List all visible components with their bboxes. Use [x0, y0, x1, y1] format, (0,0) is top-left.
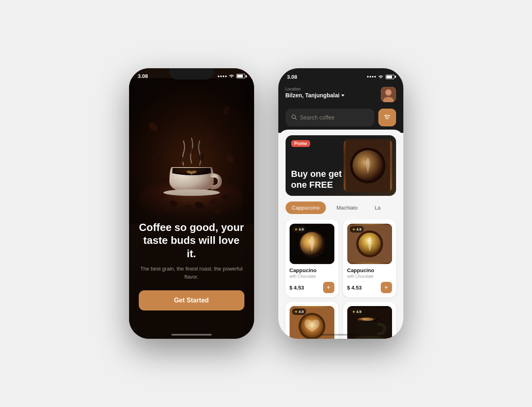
rating-badge-1: ★ 4.9: [292, 226, 307, 233]
product-image-1: ★ 4.9: [290, 224, 334, 264]
search-bar[interactable]: Search coffee: [286, 109, 374, 126]
phone-2-screen: 3.08 Location: [278, 68, 403, 339]
phone-1-status-icons: [218, 74, 245, 79]
rating-badge-3: ★ 4.9: [292, 308, 307, 315]
search-placeholder-text: Search coffee: [300, 114, 335, 121]
filter-button[interactable]: [378, 109, 396, 126]
promo-badge: Promo: [291, 140, 311, 147]
star-icon: ★: [352, 310, 355, 314]
svg-point-28: [385, 115, 387, 116]
avatar-image: [381, 87, 396, 102]
product-grid: ★ 4.9: [278, 220, 403, 339]
product-card-2[interactable]: ★ 4.9: [343, 220, 396, 297]
search-section: Search coffee: [278, 109, 403, 133]
add-to-cart-button-2[interactable]: +: [381, 282, 392, 293]
star-icon: ★: [352, 227, 355, 231]
product-price-2: $ 4.53: [347, 285, 362, 291]
product-variant-2: with Chocolate: [347, 274, 392, 279]
home-header: Location Bilzen, Tanjungbalai: [278, 84, 403, 109]
promo-image: [344, 139, 392, 192]
product-name-2: Cappucino: [347, 267, 392, 273]
phone-2-status-icons: [367, 73, 394, 80]
wifi-icon: [378, 73, 384, 80]
phone-2-home-indicator: [321, 334, 361, 336]
product-footer-1: $ 4.53 +: [290, 282, 334, 293]
rating-value-1: 4.9: [299, 227, 304, 231]
splash-headline: Coffee so good, your taste buds will lov…: [139, 221, 244, 260]
signal-icon: [367, 76, 376, 78]
splash-screen: 3.08 Coffee so good, your taste: [129, 68, 254, 339]
promo-text: Buy one get one FREE: [291, 169, 342, 190]
product-name-1: Cappucino: [290, 267, 334, 273]
rating-value-3: 4.9: [299, 310, 304, 314]
phone-1-home-indicator: [171, 334, 212, 336]
rating-badge-4: ★ 4.9: [350, 308, 364, 315]
svg-point-22: [386, 90, 391, 95]
rating-value-2: 4.9: [357, 227, 362, 231]
product-variant-1: with Chocolate: [290, 274, 334, 279]
location-name: Bilzen, Tanjungbalai: [286, 92, 344, 99]
location-label: Location: [286, 87, 344, 91]
signal-icon: [218, 76, 227, 77]
battery-icon: [386, 75, 394, 79]
phone-1-time: 3.08: [138, 73, 148, 79]
star-icon: ★: [294, 227, 298, 231]
product-card-1[interactable]: ★ 4.9: [286, 220, 338, 297]
phone-1-notch: [169, 68, 214, 80]
add-to-cart-button-1[interactable]: +: [323, 282, 334, 293]
battery-icon: [236, 74, 245, 78]
home-screen: 3.08 Location: [278, 68, 403, 339]
product-card-3[interactable]: ★ 4.9: [286, 302, 338, 339]
phone-2-notch: [319, 68, 363, 80]
promo-coffee-svg: [346, 139, 390, 192]
wifi-icon: [229, 74, 234, 79]
svg-point-45: [362, 318, 373, 321]
splash-content: Coffee so good, your taste buds will lov…: [129, 221, 254, 311]
chevron-down-icon: [341, 94, 344, 97]
tab-latte[interactable]: La: [368, 201, 387, 214]
svg-line-24: [295, 118, 296, 120]
rating-badge-2: ★ 4.9: [350, 226, 364, 233]
tab-machiato[interactable]: Machiato: [330, 201, 364, 214]
phone-1: 3.08 Coffee so good, your taste: [129, 68, 254, 339]
location-block[interactable]: Location Bilzen, Tanjungbalai: [286, 87, 344, 99]
product-image-2: ★ 4.9: [347, 224, 392, 264]
product-price-1: $ 4.53: [290, 285, 304, 291]
filter-icon: [384, 114, 390, 121]
product-card-4[interactable]: ★ 4.9: [343, 302, 396, 339]
tab-cappuccino[interactable]: Cappuccino: [286, 201, 326, 214]
coffee-top-view-image: [344, 139, 392, 192]
home-main-content: Promo Buy one get one FREE: [278, 130, 403, 339]
splash-subtext: The best grain, the finest roast, the po…: [139, 265, 244, 281]
category-tabs: Cappuccino Machiato La: [278, 201, 403, 214]
promo-banner[interactable]: Promo Buy one get one FREE: [286, 135, 396, 196]
product-footer-2: $ 4.53 +: [347, 282, 392, 293]
phone-2: 3.08 Location: [278, 68, 403, 339]
rating-value-4: 4.9: [357, 310, 362, 314]
phone-2-time: 3.08: [287, 74, 297, 80]
get-started-button[interactable]: Get Started: [139, 290, 244, 310]
user-avatar[interactable]: [381, 87, 396, 102]
promo-headline: Buy one get one FREE: [291, 169, 342, 190]
search-icon: [291, 114, 297, 121]
star-icon: ★: [294, 310, 298, 314]
phone-1-screen: 3.08 Coffee so good, your taste: [129, 68, 254, 339]
